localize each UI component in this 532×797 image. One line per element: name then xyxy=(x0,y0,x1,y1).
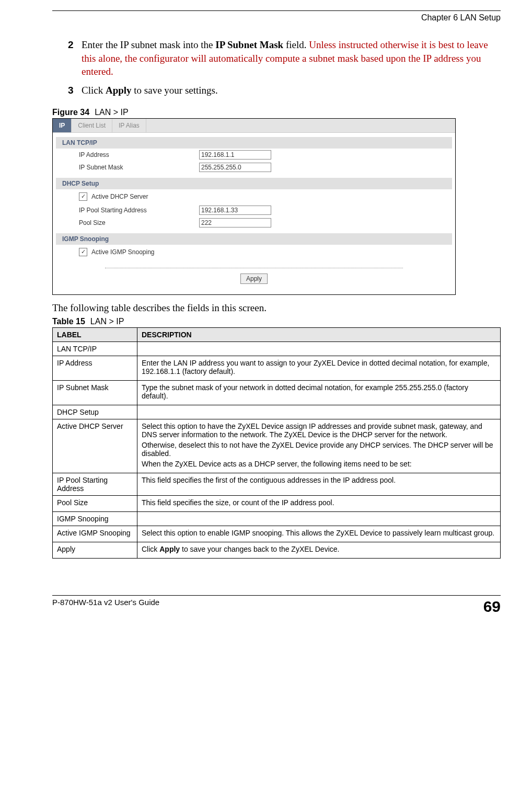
table-row: Active IGMP SnoopingSelect this option t… xyxy=(53,526,501,542)
cell-label: IP Address xyxy=(53,356,137,380)
tab-ip[interactable]: IP xyxy=(53,119,72,132)
table-caption: Table 15LAN > IP xyxy=(52,317,501,326)
footer-page-number: 69 xyxy=(483,598,501,616)
divider xyxy=(105,268,403,268)
cell-description: Click Apply to save your changes back to… xyxy=(137,542,501,558)
th-description: DESCRIPTION xyxy=(137,327,501,341)
figure-title: LAN > IP xyxy=(95,108,128,117)
table-row: IP Subnet MaskType the subnet mask of yo… xyxy=(53,380,501,405)
step-text-bold: Apply xyxy=(106,85,132,96)
tab-client-list[interactable]: Client List xyxy=(72,119,112,132)
table-row: IP AddressEnter the LAN IP address you w… xyxy=(53,356,501,380)
input-ip-pool-start[interactable]: 192.168.1.33 xyxy=(199,206,271,215)
step-text-mid: field. xyxy=(283,39,309,50)
table-row: Active DHCP ServerSelect this option to … xyxy=(53,419,501,473)
section-lan-tcpip: LAN TCP/IP xyxy=(56,137,452,149)
checkbox-active-dhcp[interactable]: ✓ xyxy=(79,192,87,201)
cell-label: IP Pool Starting Address xyxy=(53,473,137,495)
table-row: IP Pool Starting AddressThis field speci… xyxy=(53,473,501,495)
cell-description: This field specifies the size, or count … xyxy=(137,495,501,511)
tab-bar: IP Client List IP Alias xyxy=(53,119,455,133)
description-table: LABEL DESCRIPTION LAN TCP/IPIP AddressEn… xyxy=(52,327,501,559)
chapter-header: Chapter 6 LAN Setup xyxy=(52,13,501,22)
cell-description xyxy=(137,511,501,526)
step-text-mid: to save your settings. xyxy=(132,85,218,96)
section-dhcp-setup: DHCP Setup xyxy=(56,178,452,189)
step-2: 2 Enter the IP subnet mask into the IP S… xyxy=(68,38,501,78)
label-active-dhcp: Active DHCP Server xyxy=(91,193,148,200)
tab-ip-alias[interactable]: IP Alias xyxy=(112,119,146,132)
cell-description: Select this option to enable IGMP snoopi… xyxy=(137,526,501,542)
figure-number: Figure 34 xyxy=(52,108,89,117)
footer-guide-name: P-870HW-51a v2 User's Guide xyxy=(52,598,159,616)
figure-caption: Figure 34LAN > IP xyxy=(52,108,501,117)
th-label: LABEL xyxy=(53,327,137,341)
cell-description: This field specifies the first of the co… xyxy=(137,473,501,495)
input-ip-address[interactable]: 192.168.1.1 xyxy=(199,150,271,160)
cell-description xyxy=(137,341,501,356)
table-row: ApplyClick Apply to save your changes ba… xyxy=(53,542,501,558)
label-active-igmp: Active IGMP Snooping xyxy=(91,248,155,256)
step-text-bold: IP Subnet Mask xyxy=(215,39,283,50)
screenshot-lan-ip: IP Client List IP Alias LAN TCP/IP IP Ad… xyxy=(52,118,456,295)
cell-label: LAN TCP/IP xyxy=(53,341,137,356)
label-ip-address: IP Address xyxy=(79,151,199,158)
step-number: 2 xyxy=(68,38,82,78)
cell-description xyxy=(137,405,501,419)
table-row: LAN TCP/IP xyxy=(53,341,501,356)
label-ip-pool-start: IP Pool Starting Address xyxy=(79,207,199,214)
label-ip-subnet-mask: IP Subnet Mask xyxy=(79,164,199,171)
table-number: Table 15 xyxy=(52,317,85,326)
section-igmp-snooping: IGMP Snooping xyxy=(56,233,452,245)
cell-description: Select this option to have the ZyXEL Dev… xyxy=(137,419,501,473)
step-text-pre: Click xyxy=(82,85,106,96)
table-title: LAN > IP xyxy=(90,317,124,326)
step-number: 3 xyxy=(68,84,82,97)
input-pool-size[interactable]: 222 xyxy=(199,218,271,227)
post-figure-text: The following table describes the fields… xyxy=(52,302,501,314)
cell-description: Type the subnet mask of your network in … xyxy=(137,380,501,405)
cell-label: Active DHCP Server xyxy=(53,419,137,473)
step-text-pre: Enter the IP subnet mask into the xyxy=(82,39,215,50)
table-row: Pool SizeThis field specifies the size, … xyxy=(53,495,501,511)
label-pool-size: Pool Size xyxy=(79,219,199,226)
cell-label: Pool Size xyxy=(53,495,137,511)
cell-label: IP Subnet Mask xyxy=(53,380,137,405)
cell-label: Active IGMP Snooping xyxy=(53,526,137,542)
step-3: 3 Click Apply to save your settings. xyxy=(68,84,501,97)
table-row: IGMP Snooping xyxy=(53,511,501,526)
apply-button[interactable]: Apply xyxy=(240,274,268,284)
checkbox-active-igmp[interactable]: ✓ xyxy=(79,248,87,256)
cell-label: DHCP Setup xyxy=(53,405,137,419)
input-ip-subnet-mask[interactable]: 255.255.255.0 xyxy=(199,163,271,172)
cell-label: Apply xyxy=(53,542,137,558)
cell-description: Enter the LAN IP address you want to ass… xyxy=(137,356,501,380)
cell-label: IGMP Snooping xyxy=(53,511,137,526)
table-row: DHCP Setup xyxy=(53,405,501,419)
